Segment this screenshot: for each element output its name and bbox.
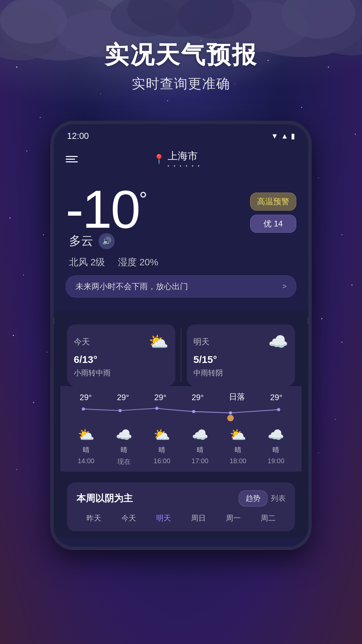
today-weather-icon: ⛅	[148, 332, 169, 351]
hourly-cond-2: 晴	[159, 445, 165, 454]
weather-main: -10 ° 高温预警 优 14 多云 🔊 北风 2级 湿度 20%	[54, 172, 308, 311]
phone-bottom	[54, 537, 308, 547]
tomorrow-temp: 5/15°	[193, 354, 288, 365]
headline-area: 实况天气预报 实时查询更准确	[0, 40, 362, 93]
notice-arrow-icon: >	[282, 282, 287, 291]
day-yesterday: 昨天	[86, 513, 101, 523]
daily-section: 今天 ⛅ 6/13° 小雨转中雨 明天 ☁️ 5/15° 中雨转阴	[54, 324, 308, 386]
weekly-tabs: 趋势 列表	[239, 490, 286, 506]
hourly-icon-1: ☁️	[116, 427, 132, 443]
forecast-notice[interactable]: 未来两小时不会下雨，放心出门 >	[66, 275, 296, 298]
svg-point-43	[13, 335, 14, 336]
today-label: 今天	[74, 336, 90, 347]
svg-point-73	[227, 415, 234, 421]
hourly-icon-0: ⛅	[78, 427, 95, 443]
weekly-section: 本周以阴为主 趋势 列表 昨天 今天 明天 周日 周一 周二	[67, 482, 295, 531]
hourly-section: 29° 29° 29° 29° 日落 29°	[54, 386, 308, 472]
temperature-display: -10	[66, 182, 139, 236]
status-icons: ▼ ▲ ▮	[271, 132, 295, 141]
chart-line	[64, 402, 298, 424]
humidity-text: 湿度 20%	[118, 257, 158, 267]
tab-trend[interactable]: 趋势	[239, 490, 267, 506]
hourly-temps-row: 29° 29° 29° 29° 日落 29°	[64, 391, 298, 402]
degree-symbol: °	[139, 189, 147, 209]
app-header: 📍 上海市 • • • • • •	[54, 145, 308, 172]
hourly-time-3: 17:00	[192, 457, 208, 465]
tomorrow-desc: 中雨转阴	[193, 368, 288, 378]
tab-list[interactable]: 列表	[271, 493, 286, 503]
hourly-cond-0: 晴	[83, 445, 89, 454]
hourly-time-4: 18:00	[230, 457, 246, 465]
hourly-icon-3: ☁️	[192, 427, 208, 443]
today-temp: 6/13°	[74, 354, 169, 365]
hourly-cond-1: 晴	[121, 445, 127, 454]
headline-main: 实况天气预报	[0, 40, 362, 69]
card-divider	[181, 328, 181, 383]
day-monday: 周一	[226, 513, 241, 523]
hourly-item-3: ☁️ 晴 17:00	[181, 427, 219, 466]
hourly-item-0: ⛅ 晴 14:00	[67, 427, 105, 466]
daily-cards: 今天 ⛅ 6/13° 小雨转中雨 明天 ☁️ 5/15° 中雨转阴	[67, 324, 295, 386]
alert-badges: 高温预警 优 14	[250, 193, 296, 233]
wind-humidity: 北风 2级 湿度 20%	[66, 256, 296, 269]
weekly-title: 本周以阴为主	[76, 492, 133, 505]
signal-icon: ▲	[281, 132, 288, 141]
location-area[interactable]: 📍 上海市 • • • • • •	[153, 149, 201, 169]
svg-point-48	[33, 402, 34, 403]
tomorrow-label: 明天	[193, 336, 209, 347]
wind-text: 北风 2级	[69, 257, 105, 267]
headline-sub: 实时查询更准确	[0, 74, 362, 93]
menu-button[interactable]	[66, 154, 78, 164]
hourly-temp-0: 29°	[80, 393, 92, 402]
svg-point-40	[342, 234, 343, 235]
hourly-cond-3: 晴	[197, 445, 203, 454]
svg-point-41	[351, 284, 353, 286]
condition-text: 多云	[69, 233, 93, 249]
hourly-icon-5: ☁️	[267, 427, 284, 443]
hourly-cond-4: 晴	[235, 445, 241, 454]
sound-button[interactable]: 🔊	[99, 233, 115, 249]
hourly-temp-3: 29°	[192, 393, 204, 402]
status-bar: 12:00 ▼ ▲ ▮	[54, 124, 308, 145]
svg-point-20	[318, 177, 319, 178]
hourly-item-5: ☁️ 晴 19:00	[257, 427, 295, 466]
temp-wrap: -10 °	[66, 182, 147, 236]
daily-card-tomorrow: 明天 ☁️ 5/15° 中雨转阴	[187, 324, 295, 386]
wifi-icon: ▼	[271, 132, 278, 141]
svg-point-42	[355, 134, 356, 135]
svg-point-46	[321, 318, 322, 319]
hourly-icons-row: ⛅ 晴 14:00 ☁️ 晴 现在 ⛅ 晴 16:00	[64, 424, 298, 466]
svg-point-31	[23, 275, 24, 276]
day-tomorrow: 明天	[156, 513, 171, 523]
battery-icon: ▮	[291, 132, 295, 141]
day-sunday: 周日	[191, 513, 206, 523]
hourly-temp-sunset: 日落	[229, 391, 245, 402]
svg-point-21	[9, 217, 11, 219]
svg-point-22	[43, 234, 44, 235]
status-time: 12:00	[67, 131, 89, 141]
notice-text: 未来两小时不会下雨，放心出门	[75, 281, 188, 292]
hourly-temp-1: 29°	[117, 393, 129, 402]
hourly-time-2: 16:00	[154, 457, 170, 465]
svg-point-11	[26, 151, 27, 152]
hourly-time-1: 现在	[117, 457, 131, 466]
svg-point-53	[318, 452, 319, 453]
high-temp-badge: 高温预警	[250, 193, 296, 211]
section-spacer	[54, 311, 308, 318]
hourly-temp-2: 29°	[154, 393, 166, 402]
hourly-time-0: 14:00	[78, 457, 95, 465]
hourly-item-1: ☁️ 晴 现在	[105, 427, 143, 466]
phone-mockup: 12:00 ▼ ▲ ▮ 📍 上海市 • • • • • •	[50, 121, 312, 550]
svg-point-52	[16, 469, 17, 470]
location-pin-icon: 📍	[153, 154, 165, 165]
sound-icon: 🔊	[102, 237, 111, 246]
daily-card-today: 今天 ⛅ 6/13° 小雨转中雨	[67, 324, 175, 386]
day-tuesday: 周二	[261, 513, 276, 523]
hourly-cond-5: 晴	[273, 445, 279, 454]
location-name: 上海市	[168, 149, 201, 163]
temperature-row: -10 ° 高温预警 优 14	[66, 182, 296, 236]
hourly-time-5: 19:00	[267, 457, 284, 465]
hourly-item-2: ⛅ 晴 16:00	[143, 427, 181, 466]
hourly-temp-5: 29°	[270, 393, 282, 402]
hourly-icon-4: ⛅	[230, 427, 246, 443]
